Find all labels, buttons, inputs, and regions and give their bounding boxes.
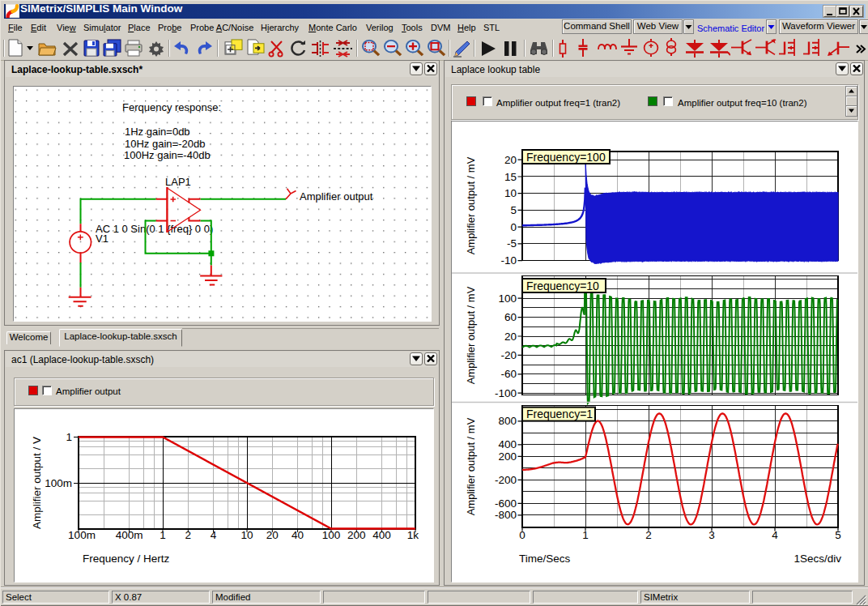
svg-text:-5: -5	[507, 237, 517, 250]
svg-text:0: 0	[519, 529, 525, 541]
svg-text:2: 2	[645, 529, 652, 541]
svg-text:60: 60	[504, 311, 517, 323]
svg-text:-200: -200	[495, 474, 517, 486]
svg-text:10: 10	[504, 187, 517, 199]
svg-text:5: 5	[835, 529, 841, 541]
svg-text:100m: 100m	[68, 529, 96, 541]
svg-text:4: 4	[772, 529, 778, 541]
svg-text:LAP1: LAP1	[165, 176, 191, 188]
svg-text:100Hz gain=-40db: 100Hz gain=-40db	[124, 149, 211, 161]
svg-text:20: 20	[504, 154, 517, 166]
svg-text:400: 400	[372, 529, 391, 541]
svg-text:Amplifier output: Amplifier output	[300, 190, 373, 203]
svg-text:15: 15	[504, 171, 517, 183]
svg-text:1Secs/div: 1Secs/div	[794, 553, 841, 565]
svg-text:400: 400	[498, 438, 517, 450]
svg-text:V1: V1	[96, 233, 108, 245]
svg-text:2: 2	[185, 529, 192, 541]
svg-text:Amplifier output / mV: Amplifier output / mV	[465, 286, 477, 384]
svg-text:20: 20	[266, 529, 279, 541]
svg-text:100: 100	[322, 529, 341, 541]
svg-text:Amplifier output / mV: Amplifier output / mV	[465, 417, 477, 515]
svg-text:200: 200	[498, 450, 517, 463]
svg-text:Ferquency response:: Ferquency response:	[122, 101, 221, 113]
svg-text:10: 10	[240, 529, 253, 541]
svg-text:-600: -600	[495, 497, 517, 510]
svg-text:1: 1	[66, 431, 72, 443]
svg-text:Frequency=1: Frequency=1	[526, 408, 593, 420]
svg-text:Frequency / Hertz: Frequency / Hertz	[83, 553, 170, 565]
svg-text:5: 5	[510, 204, 517, 216]
svg-text:1: 1	[160, 529, 166, 541]
svg-text:Frequency=100: Frequency=100	[526, 151, 606, 164]
svg-text:800: 800	[498, 415, 517, 427]
svg-text:Amplifier output / mV: Amplifier output / mV	[465, 156, 477, 254]
svg-text:-100: -100	[495, 387, 517, 399]
svg-text:100: 100	[498, 292, 517, 305]
svg-text:20: 20	[504, 331, 517, 343]
svg-text:-10: -10	[500, 254, 517, 267]
svg-text:100m: 100m	[45, 477, 72, 489]
svg-text:3: 3	[708, 529, 715, 541]
svg-text:Time/Secs: Time/Secs	[519, 553, 571, 565]
svg-text:4: 4	[211, 529, 217, 541]
svg-text:10Hz gain=-20db: 10Hz gain=-20db	[125, 138, 205, 150]
svg-text:0: 0	[510, 221, 517, 233]
svg-text:400m: 400m	[116, 529, 143, 541]
svg-text:1Hz gain=0db: 1Hz gain=0db	[125, 126, 190, 138]
svg-text:-60: -60	[500, 368, 517, 380]
svg-text:AC 1 0 Sin(0 1 {freq} 0 0): AC 1 0 Sin(0 1 {freq} 0 0)	[96, 223, 213, 235]
svg-text:1k: 1k	[407, 529, 419, 541]
svg-text:-20: -20	[500, 349, 517, 361]
svg-text:200: 200	[347, 529, 366, 541]
svg-text:-800: -800	[495, 509, 517, 521]
svg-text:40: 40	[291, 529, 304, 541]
svg-text:Frequency=10: Frequency=10	[526, 280, 599, 292]
svg-text:Amplifier output / V: Amplifier output / V	[31, 437, 43, 529]
svg-text:1: 1	[582, 529, 589, 541]
